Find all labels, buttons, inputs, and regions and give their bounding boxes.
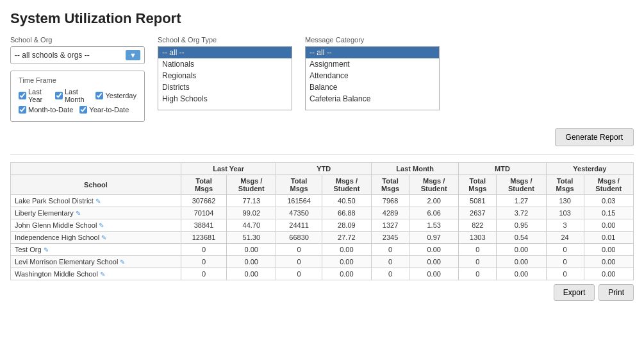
group-header-row: Last Year YTD Last Month MTD Yesterday	[11, 163, 634, 175]
ly-total-cell: 0	[181, 256, 226, 268]
lm-msgs-cell: 0.00	[409, 268, 459, 280]
mtd-msgs-cell: 0.95	[497, 219, 546, 232]
lm-total-cell: 0	[372, 244, 409, 256]
chart-icon[interactable]: ✎	[120, 259, 125, 266]
ly-total-cell: 307662	[181, 195, 226, 207]
col-ytd-total: TotalMsgs	[276, 175, 322, 195]
ytd-total-cell: 161564	[276, 195, 322, 207]
generate-btn-row: Generate Report	[10, 128, 634, 146]
school-name-cell: Liberty Elementary ✎	[11, 207, 181, 219]
col-yesterday-group: Yesterday	[546, 163, 633, 175]
ytd-msgs-cell: 40.50	[322, 195, 371, 207]
yd-total-cell: 130	[546, 195, 584, 207]
timeframe-title: Time Frame	[19, 76, 136, 84]
mtd-total-cell: 1303	[459, 232, 497, 244]
org-type-listbox[interactable]: -- all -- Nationals Regionals Districts …	[158, 46, 292, 110]
col-yd-total: TotalMsgs	[546, 175, 584, 195]
org-type-item-all[interactable]: -- all --	[158, 47, 292, 58]
mtd-total-cell: 0	[459, 244, 497, 256]
col-last-month-group: Last Month	[372, 163, 459, 175]
ytd-total-cell: 0	[276, 244, 322, 256]
org-type-item-nationals[interactable]: Nationals	[158, 58, 292, 70]
yd-msgs-cell: 0.03	[584, 195, 633, 207]
last-month-label: Last Month	[65, 88, 90, 103]
chart-icon[interactable]: ✎	[101, 234, 106, 241]
ly-msgs-cell: 0.00	[227, 256, 276, 268]
yd-total-cell: 3	[546, 219, 584, 232]
table-row: John Glenn Middle School ✎ 38841 44.70 2…	[11, 219, 634, 232]
yd-total-cell: 0	[546, 244, 584, 256]
msg-cat-item-attendance[interactable]: Attendance	[306, 70, 439, 81]
ytd-total-cell: 24411	[276, 219, 322, 232]
last-year-label: Last Year	[28, 88, 49, 103]
ly-msgs-cell: 0.00	[227, 268, 276, 280]
chart-icon[interactable]: ✎	[99, 222, 104, 229]
ytd-msgs-cell: 27.72	[322, 232, 371, 244]
msg-cat-item-balance[interactable]: Balance	[306, 81, 439, 93]
year-to-date-checkbox[interactable]	[79, 106, 87, 114]
ly-total-cell: 38841	[181, 219, 226, 232]
sub-header-row: School TotalMsgs Msgs /Student TotalMsgs…	[11, 175, 634, 195]
table-row: Test Org ✎ 0 0.00 0 0.00 0 0.00 0 0.00 0…	[11, 244, 634, 256]
last-month-checkbox[interactable]	[55, 92, 63, 99]
mtd-total-cell: 0	[459, 256, 497, 268]
mtd-msgs-cell: 1.27	[497, 195, 546, 207]
mtd-msgs-cell: 0.00	[497, 256, 546, 268]
msg-cat-item-all[interactable]: -- all --	[306, 47, 439, 58]
chart-icon[interactable]: ✎	[44, 246, 49, 253]
org-type-section: School & Org Type -- all -- Nationals Re…	[158, 36, 292, 110]
school-name-cell: Independence High School ✎	[11, 232, 181, 244]
chart-icon[interactable]: ✎	[95, 198, 101, 205]
col-ytd-group: YTD	[276, 163, 372, 175]
timeframe-row-1: Last Year Last Month Yesterday	[19, 88, 136, 103]
col-lm-total: TotalMsgs	[372, 175, 409, 195]
lm-total-cell: 4289	[372, 207, 409, 219]
school-org-section: School & Org -- all schools & orgs -- ▼ …	[10, 36, 145, 122]
msg-cat-item-assignment[interactable]: Assignment	[306, 58, 439, 70]
ytd-msgs-cell: 0.00	[322, 256, 371, 268]
ytd-total-cell: 47350	[276, 207, 322, 219]
lm-msgs-cell: 0.00	[409, 256, 459, 268]
lm-total-cell: 0	[372, 256, 409, 268]
org-type-item-highschools[interactable]: High Schools	[158, 93, 292, 105]
yd-msgs-cell: 0.15	[584, 207, 633, 219]
ytd-total-cell: 0	[276, 268, 322, 280]
ly-total-cell: 0	[181, 244, 226, 256]
generate-report-button[interactable]: Generate Report	[555, 128, 634, 146]
msg-cat-item-cafeteria[interactable]: Cafeteria Balance	[306, 93, 439, 105]
chart-icon[interactable]: ✎	[100, 271, 105, 278]
last-month-checkbox-label[interactable]: Last Month	[55, 88, 90, 103]
chart-icon[interactable]: ✎	[76, 210, 81, 217]
export-button[interactable]: Export	[554, 284, 595, 301]
yd-msgs-cell: 0.01	[584, 232, 633, 244]
report-table: Last Year YTD Last Month MTD Yesterday S…	[10, 162, 634, 280]
month-to-date-checkbox-label[interactable]: Month-to-Date	[19, 106, 73, 114]
org-type-label: School & Org Type	[158, 36, 292, 44]
msg-category-listbox[interactable]: -- all -- Assignment Attendance Balance …	[305, 46, 440, 110]
divider	[10, 154, 634, 155]
dropdown-arrow-icon: ▼	[126, 50, 140, 60]
mtd-total-cell: 0	[459, 268, 497, 280]
print-button[interactable]: Print	[599, 284, 634, 301]
last-year-checkbox-label[interactable]: Last Year	[19, 88, 49, 103]
yd-total-cell: 103	[546, 207, 584, 219]
msg-category-label: Message Category	[305, 36, 440, 44]
school-name-cell: Washington Middle School ✎	[11, 268, 181, 280]
ly-msgs-cell: 0.00	[227, 244, 276, 256]
org-type-item-districts[interactable]: Districts	[158, 81, 292, 93]
org-type-item-regionals[interactable]: Regionals	[158, 70, 292, 81]
school-org-select[interactable]: -- all schools & orgs -- ▼	[10, 46, 145, 64]
last-year-checkbox[interactable]	[19, 92, 26, 99]
yesterday-checkbox-label[interactable]: Yesterday	[95, 92, 136, 99]
ytd-msgs-cell: 66.88	[322, 207, 371, 219]
yesterday-checkbox[interactable]	[95, 92, 103, 99]
school-org-value: -- all schools & orgs --	[15, 51, 90, 60]
school-org-label: School & Org	[10, 36, 145, 44]
ly-total-cell: 0	[181, 268, 226, 280]
lm-msgs-cell: 2.00	[409, 195, 459, 207]
mtd-msgs-cell: 0.00	[497, 268, 546, 280]
page-title: System Utilization Report	[10, 10, 634, 27]
month-to-date-checkbox[interactable]	[19, 106, 26, 114]
year-to-date-checkbox-label[interactable]: Year-to-Date	[79, 106, 129, 114]
page-container: System Utilization Report School & Org -…	[0, 0, 644, 340]
